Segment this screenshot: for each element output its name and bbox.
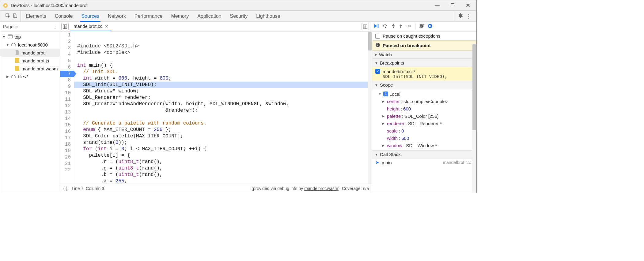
code-line[interactable]: srand(time(0)); [77,140,372,146]
tree-row-file-mandelbrot[interactable]: mandelbrot [0,49,60,57]
code-line[interactable]: int width = 600, height = 600; [77,75,372,82]
gutter-line[interactable]: 2 [60,39,74,45]
scope-variable[interactable]: ▶palette: SDL_Color [256] [375,112,473,120]
close-button[interactable]: ✕ [462,2,474,9]
code-line[interactable]: .r = (uint8_t)rand(), [77,159,372,165]
code-line[interactable]: SDL_Init(SDL_INIT_VIDEO); [74,82,372,88]
gutter-line[interactable]: 5 [60,58,74,64]
editor-scrollbar[interactable] [368,32,372,184]
gutter-line[interactable]: 17 [60,135,74,141]
toggle-debugger-icon[interactable] [362,23,369,30]
scrollbar-thumb[interactable] [472,44,476,130]
scope-variable[interactable]: width: 600 [375,134,473,142]
device-toolbar-icon[interactable] [13,13,17,19]
maximize-button[interactable]: ☐ [446,2,459,8]
code-line[interactable]: int main() { [77,62,372,69]
code-line[interactable]: #include <complex> [77,50,372,56]
gutter-line[interactable]: 19 [60,148,74,154]
gutter-line[interactable]: 12 [60,103,74,109]
gutter-line[interactable]: 20 [60,154,74,161]
navigator-tab-page[interactable]: Page [3,24,13,29]
code-line[interactable]: SDL_CreateWindowAndRenderer(width, heigh… [77,101,372,107]
inspect-element-icon[interactable] [5,13,10,19]
pause-on-exceptions-icon[interactable] [428,24,433,29]
tab-memory[interactable]: Memory [171,11,189,21]
line-gutter[interactable]: 12345678910111213141516171819202122 [60,32,74,184]
scope-variable[interactable]: ▶center: std::complex<double> [375,98,473,105]
editor-tab-mandelbrot-cc[interactable]: mandelbrot.cc ✕ [70,22,112,31]
code-line[interactable] [77,114,372,120]
tab-performance[interactable]: Performance [134,11,163,21]
code-line[interactable]: &renderer); [77,107,372,114]
gutter-line[interactable]: 13 [60,109,74,116]
callstack-frame[interactable]: ➤ main mandelbrot.cc:7 [372,158,476,166]
scope-local-header[interactable]: ▼ L Local [375,90,473,98]
code-editor[interactable]: 12345678910111213141516171819202122 #inc… [60,32,372,184]
section-breakpoints[interactable]: ▼Breakpoints [372,59,476,67]
gutter-line[interactable]: 6 [60,64,74,71]
code-content[interactable]: #include <SDL2/SDL.h>#include <complex>i… [74,32,372,184]
gutter-line[interactable]: 14 [60,116,74,122]
code-line[interactable]: .g = (uint8_t)rand(), [77,165,372,172]
gutter-line[interactable]: 3 [60,45,74,51]
close-tab-icon[interactable]: ✕ [105,24,108,29]
navigator-more-tabs-icon[interactable]: » [15,24,18,29]
pause-on-caught-row[interactable]: Pause on caught exceptions [372,32,476,40]
pause-on-caught-checkbox[interactable] [375,34,380,39]
tree-row-host[interactable]: ▼ localhost:5000 [0,41,60,49]
code-line[interactable]: .b = (uint8_t)rand(), [77,172,372,178]
tree-row-top[interactable]: ▼ top [0,33,60,41]
deactivate-breakpoints-icon[interactable] [419,24,425,29]
tab-console[interactable]: Console [55,11,73,21]
code-line[interactable]: SDL_Color palette[MAX_ITER_COUNT]; [77,133,372,140]
scope-variable[interactable]: height: 600 [375,105,473,112]
gutter-line[interactable]: 8 [60,77,74,84]
gutter-line[interactable]: 9 [60,84,74,90]
code-line[interactable]: SDL_Renderer* renderer; [77,95,372,101]
scope-variable[interactable]: ▶renderer: SDL_Renderer * [375,120,473,127]
tab-lighthouse[interactable]: Lighthouse [256,11,280,21]
debug-info-link[interactable]: mandelbrot.wasm [304,186,338,191]
code-line[interactable]: SDL_Window* window; [77,88,372,95]
gutter-line[interactable]: 22 [60,167,74,173]
tab-sources[interactable]: Sources [81,11,99,21]
breakpoint-item[interactable]: ✓ mandelbrot.cc:7 SDL_Init(SDL_INIT_VIDE… [372,67,476,81]
code-line[interactable]: .a = 255, [77,178,372,184]
minimize-button[interactable]: — [431,3,443,8]
scope-variable[interactable]: ▶window: SDL_Window * [375,142,473,149]
toggle-navigator-icon[interactable] [61,23,69,30]
scope-variable[interactable]: scale: 0 [375,127,473,134]
pretty-print-icon[interactable]: { } [63,186,67,191]
gutter-line[interactable]: 7 [60,71,74,77]
tab-elements[interactable]: Elements [26,11,46,21]
tab-application[interactable]: Application [197,11,221,21]
gutter-line[interactable]: 4 [60,51,74,58]
section-watch[interactable]: ▶Watch [372,50,476,59]
code-line[interactable]: #include <SDL2/SDL.h> [77,43,372,50]
code-line[interactable]: // Generate a palette with random colour… [77,120,372,127]
code-line[interactable]: // Init SDL. [77,69,372,75]
step-icon[interactable] [406,24,411,29]
tree-row-file-mandelbrot-js[interactable]: mandelbrot.js [0,57,60,65]
code-line[interactable]: palette[i] = { [77,152,372,159]
gutter-line[interactable]: 10 [60,90,74,96]
navigator-menu-icon[interactable]: ⋮ [53,24,57,29]
code-line[interactable]: enum { MAX_ITER_COUNT = 256 }; [77,127,372,133]
scrollbar-thumb[interactable] [368,32,372,50]
debugger-scrollbar[interactable] [472,44,476,193]
breakpoint-checkbox[interactable]: ✓ [375,69,380,74]
step-over-icon[interactable] [383,24,388,29]
code-line[interactable]: for (int i = 0; i < MAX_ITER_COUNT; ++i)… [77,146,372,152]
settings-icon[interactable] [457,13,463,19]
tab-security[interactable]: Security [230,11,248,21]
gutter-line[interactable]: 16 [60,129,74,135]
more-menu-icon[interactable]: ⋮ [466,13,472,20]
gutter-line[interactable]: 15 [60,122,74,129]
tree-row-filescheme[interactable]: ▶ file:// [0,73,60,80]
gutter-line[interactable]: 18 [60,141,74,148]
gutter-line[interactable]: 1 [60,32,74,39]
code-line[interactable] [77,56,372,62]
section-callstack[interactable]: ▼Call Stack [372,150,476,158]
section-scope[interactable]: ▼Scope [372,81,476,89]
gutter-line[interactable]: 21 [60,161,74,167]
